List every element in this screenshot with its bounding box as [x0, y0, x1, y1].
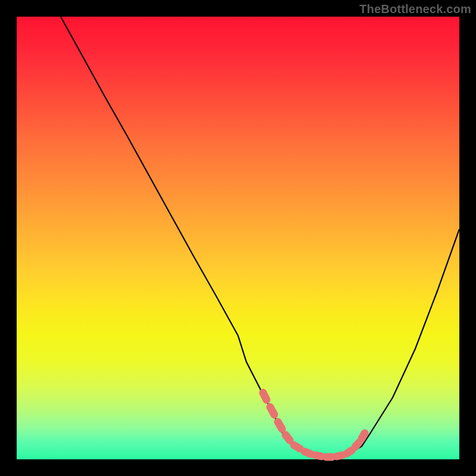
svg-line-0 — [263, 393, 267, 400]
watermark-text: TheBottleneck.com — [359, 2, 471, 16]
svg-line-8 — [337, 455, 343, 456]
svg-line-9 — [347, 450, 352, 453]
svg-line-1 — [270, 407, 274, 415]
svg-line-5 — [305, 452, 311, 454]
svg-line-11 — [362, 433, 365, 439]
svg-line-4 — [294, 445, 300, 449]
svg-line-2 — [278, 422, 282, 429]
valley-highlight — [263, 393, 365, 457]
plot-area — [17, 17, 459, 459]
bottleneck-curve — [17, 17, 459, 459]
svg-line-6 — [315, 455, 321, 456]
svg-line-10 — [355, 443, 359, 447]
chart-frame: TheBottleneck.com — [0, 0, 476, 476]
svg-line-3 — [286, 435, 290, 440]
